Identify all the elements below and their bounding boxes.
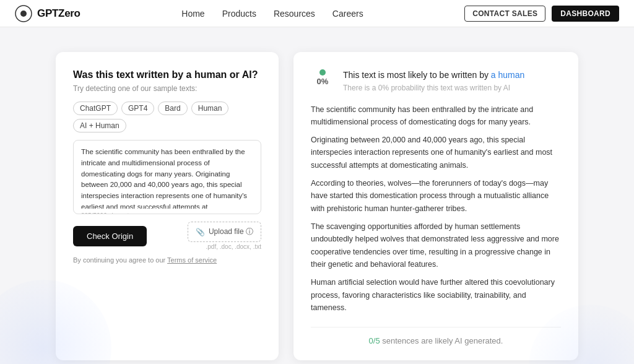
logo-text: GPTZero <box>37 7 80 20</box>
result-title-highlight: a human <box>491 70 524 80</box>
card-subtitle: Try detecting one of our sample texts: <box>73 84 261 93</box>
score-area: 0% <box>311 69 334 86</box>
upload-icon: 📎 <box>196 228 205 236</box>
result-para-5: Human artificial selection would have fu… <box>311 276 561 314</box>
action-buttons-row: Check Origin 📎 Upload file ⓘ .pdf, .doc,… <box>73 222 261 250</box>
terms-prefix: By continuing you agree to our <box>73 256 167 264</box>
result-title-prefix: This text is most likely to be written b… <box>343 70 491 80</box>
terms-text: By continuing you agree to our Terms of … <box>73 256 261 264</box>
gptzero-logo-icon <box>15 5 32 22</box>
header-actions: CONTACT SALES DASHBOARD <box>464 6 619 22</box>
chip-human[interactable]: Human <box>191 102 229 115</box>
result-para-2: Originating between 20,000 and 40,000 ye… <box>311 134 561 172</box>
result-footer-text: sentences are likely AI generated. <box>380 336 503 345</box>
score-percentage: 0% <box>317 77 329 86</box>
nav-item-products[interactable]: Products <box>222 9 256 19</box>
terms-link[interactable]: Terms of service <box>167 256 217 264</box>
logo[interactable]: GPTZero <box>15 5 80 22</box>
main-nav: Home Products Resources Careers <box>181 9 363 19</box>
result-subtitle-prefix: There is a <box>343 84 378 92</box>
result-subtitle-suffix: probability this text was written by AI <box>389 84 510 92</box>
input-text: The scientific community has been enthra… <box>81 147 253 209</box>
chip-ai-human[interactable]: AI + Human <box>73 119 126 132</box>
result-summary: This text is most likely to be written b… <box>343 69 524 92</box>
text-input-area[interactable]: The scientific community has been enthra… <box>73 140 261 214</box>
nav-item-resources[interactable]: Resources <box>274 9 315 19</box>
nav-item-home[interactable]: Home <box>181 9 204 19</box>
chip-chatgpt[interactable]: ChatGPT <box>73 102 118 115</box>
score-dot <box>319 69 326 76</box>
result-subtitle: There is a 0% probability this text was … <box>343 84 524 92</box>
result-header: 0% This text is most likely to be writte… <box>311 69 561 92</box>
result-body: The scientific community has been enthra… <box>311 103 561 314</box>
header: GPTZero Home Products Resources Careers … <box>0 0 634 27</box>
upload-hint: .pdf, .doc, .docx, .txt <box>206 243 262 250</box>
result-footer: 0/5 sentences are likely AI generated. <box>311 327 561 345</box>
chip-bard[interactable]: Bard <box>158 102 187 115</box>
upload-file-button[interactable]: 📎 Upload file ⓘ <box>188 222 261 242</box>
result-title: This text is most likely to be written b… <box>343 69 524 82</box>
card-title: Was this text written by a human or AI? <box>73 69 261 80</box>
dashboard-button[interactable]: DASHBOARD <box>552 6 619 22</box>
input-card: Was this text written by a human or AI? … <box>56 52 279 360</box>
sample-chips: ChatGPT GPT4 Bard Human AI + Human <box>73 102 261 132</box>
result-footer-count: 0/5 <box>369 336 380 345</box>
contact-sales-button[interactable]: CONTACT SALES <box>464 6 545 22</box>
result-para-3: According to theories, wolves—the foreru… <box>311 177 561 215</box>
result-subtitle-probability: 0% <box>378 84 389 92</box>
main-content: Was this text written by a human or AI? … <box>0 27 634 364</box>
char-count: 885/5000 characters <box>81 212 253 214</box>
upload-label: Upload file ⓘ <box>209 227 253 237</box>
check-origin-button[interactable]: Check Origin <box>73 226 147 246</box>
result-para-1: The scientific community has been enthra… <box>311 103 561 129</box>
chip-gpt4[interactable]: GPT4 <box>121 102 154 115</box>
result-para-4: The scavenging opportunities afforded by… <box>311 220 561 272</box>
svg-point-1 <box>20 11 27 17</box>
nav-item-careers[interactable]: Careers <box>332 9 363 19</box>
result-card: 0% This text is most likely to be writte… <box>293 52 578 360</box>
